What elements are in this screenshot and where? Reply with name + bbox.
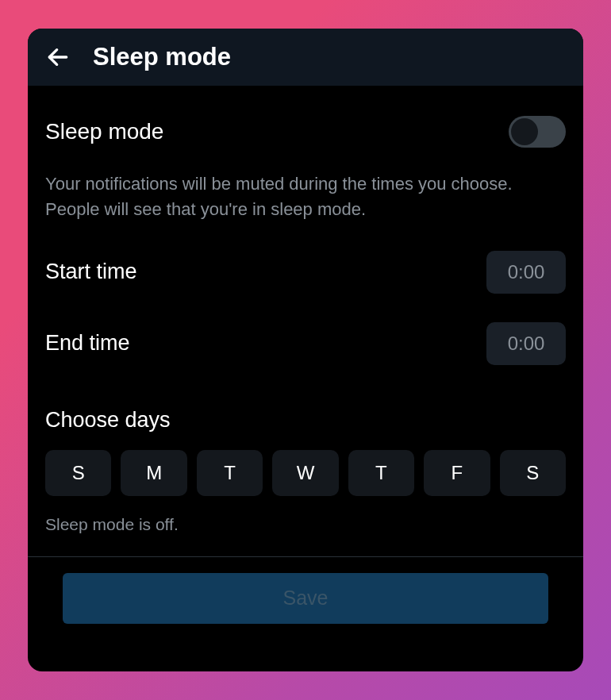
day-chip-thu[interactable]: T	[348, 450, 414, 496]
page-title: Sleep mode	[93, 43, 231, 71]
back-button[interactable]	[45, 44, 71, 70]
day-chip-sun[interactable]: S	[45, 450, 111, 496]
day-chip-fri[interactable]: F	[424, 450, 490, 496]
choose-days-section: Choose days S M T W T F S	[45, 379, 566, 496]
sleep-mode-description: Your notifications will be muted during …	[45, 160, 566, 237]
end-time-label: End time	[45, 331, 130, 356]
header: Sleep mode	[28, 29, 583, 86]
arrow-left-icon	[45, 44, 71, 70]
days-row: S M T W T F S	[45, 450, 566, 496]
sleep-mode-toggle-row: Sleep mode	[45, 86, 566, 160]
content: Sleep mode Your notifications will be mu…	[28, 86, 583, 671]
footer: Save	[45, 557, 566, 640]
sleep-mode-toggle-label: Sleep mode	[45, 119, 163, 144]
day-chip-tue[interactable]: T	[197, 450, 263, 496]
sleep-mode-toggle[interactable]	[509, 116, 566, 148]
day-chip-mon[interactable]: M	[121, 450, 186, 496]
start-time-row: Start time 0:00	[45, 237, 566, 308]
start-time-value[interactable]: 0:00	[486, 251, 566, 294]
sleep-mode-screen: Sleep mode Sleep mode Your notifications…	[28, 29, 583, 671]
end-time-value[interactable]: 0:00	[486, 322, 566, 365]
day-chip-sat[interactable]: S	[500, 450, 566, 496]
status-text: Sleep mode is off.	[45, 496, 566, 556]
save-button[interactable]: Save	[63, 573, 548, 624]
choose-days-label: Choose days	[45, 408, 566, 433]
day-chip-wed[interactable]: W	[272, 450, 338, 496]
start-time-label: Start time	[45, 260, 137, 284]
end-time-row: End time 0:00	[45, 308, 566, 379]
toggle-knob	[511, 118, 538, 145]
